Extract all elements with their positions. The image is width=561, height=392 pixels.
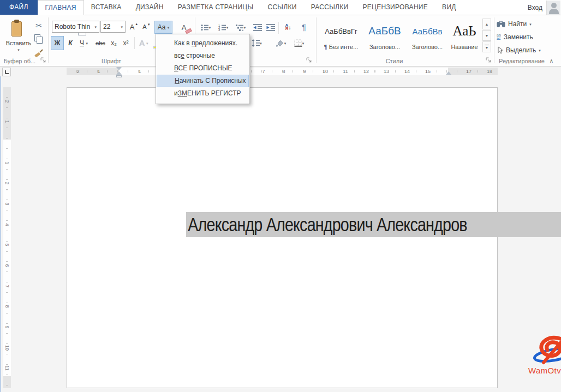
ribbon-tab[interactable]: РАССЫЛКИ bbox=[304, 0, 356, 15]
style-card[interactable]: АаЬ Название bbox=[450, 19, 479, 51]
ribbon-tab[interactable]: ССЫЛКИ bbox=[260, 0, 303, 15]
underline-button[interactable]: Ч ▾ bbox=[76, 36, 91, 50]
styles-scroll-up-button[interactable]: ▲ bbox=[482, 19, 491, 29]
strikethrough-button[interactable]: abc bbox=[93, 36, 108, 50]
change-case-menu-item[interactable]: Как в предложениях. bbox=[157, 37, 249, 50]
tab-stop-l-icon bbox=[5, 70, 9, 74]
copy-icon bbox=[34, 34, 43, 44]
font-name-combo[interactable]: Roboto Thin▾ bbox=[52, 21, 99, 33]
change-case-menu-item[interactable]: Начинать С Прописных bbox=[157, 75, 249, 87]
ruler-number: 2 bbox=[4, 98, 10, 105]
text-effects-button[interactable]: А ▾ bbox=[136, 36, 151, 50]
ruler-number: 9 bbox=[4, 323, 10, 331]
ruler-number: 15 bbox=[425, 68, 431, 75]
shading-button[interactable]: ▾ bbox=[272, 36, 289, 50]
document-page[interactable]: Александр Александрович Александров WamO… bbox=[67, 87, 498, 388]
ribbon-tab[interactable]: ГЛАВНАЯ bbox=[38, 0, 84, 15]
group-separator bbox=[494, 17, 494, 63]
increase-indent-button[interactable] bbox=[264, 21, 277, 34]
ribbon-tab[interactable]: ВСТАВКА bbox=[84, 0, 129, 15]
change-case-menu-item[interactable]: все строчные bbox=[157, 50, 249, 62]
ruler-number: 6 bbox=[4, 262, 10, 269]
increase-indent-icon bbox=[266, 24, 275, 31]
ribbon-tab[interactable]: ВИД bbox=[435, 0, 463, 15]
ribbon-tab[interactable]: ДИЗАЙН bbox=[129, 0, 171, 15]
ruler-number: 1 bbox=[97, 68, 100, 75]
account-area: Вход bbox=[528, 0, 561, 15]
right-indent-marker[interactable] bbox=[446, 71, 451, 75]
ruler-number: 1 bbox=[138, 68, 141, 75]
clear-formatting-button[interactable]: А bbox=[176, 21, 192, 34]
cut-button[interactable]: ✂ bbox=[33, 20, 45, 32]
paragraph-dialog-launcher[interactable] bbox=[306, 57, 312, 63]
sort-button[interactable]: АЯ ↓ bbox=[280, 21, 296, 34]
paste-button[interactable]: Вставить ▾ bbox=[4, 19, 33, 62]
line-spacing-icon bbox=[252, 39, 260, 47]
tab-stop-selector[interactable] bbox=[2, 68, 11, 76]
grow-font-button[interactable]: А▲ bbox=[128, 21, 140, 33]
wamotvet-logo-icon bbox=[527, 334, 561, 365]
borders-button[interactable]: ▾ bbox=[291, 36, 307, 50]
find-button[interactable]: Найти▾ bbox=[497, 19, 532, 29]
clipboard-dialog-launcher[interactable] bbox=[40, 57, 46, 63]
style-card[interactable]: АаБбВвГг ¶ Без инте... bbox=[319, 19, 363, 51]
ruler-number: 18 bbox=[487, 68, 492, 75]
ruler-number: 14 bbox=[404, 68, 410, 75]
styles-scroll-down-button[interactable]: ▼ bbox=[482, 30, 491, 41]
ruler-number: 2 bbox=[76, 68, 79, 75]
ruler-number: 4 bbox=[4, 221, 10, 228]
italic-button[interactable]: К bbox=[65, 36, 76, 50]
decrease-indent-button[interactable] bbox=[251, 21, 264, 34]
ruler-number: 1 bbox=[4, 159, 10, 167]
replace-button[interactable]: abac Заменить bbox=[497, 32, 533, 43]
shrink-font-button[interactable]: А▼ bbox=[141, 21, 152, 33]
styles-more-button[interactable]: ▼ bbox=[482, 41, 491, 52]
ribbon-tab-bar: ФАЙЛ ГЛАВНАЯ ВСТАВКА ДИЗАЙН РАЗМЕТКА СТР… bbox=[0, 0, 561, 15]
style-card[interactable]: АаБбВ Заголово... bbox=[365, 19, 405, 51]
copy-button[interactable] bbox=[33, 33, 45, 45]
document-workspace: Александр Александрович Александров WamO… bbox=[0, 76, 561, 392]
user-avatar-icon[interactable] bbox=[546, 1, 560, 15]
ruler-number: 11 bbox=[343, 68, 348, 75]
numbering-icon: 123 bbox=[218, 24, 226, 31]
vertical-ruler[interactable] bbox=[3, 87, 11, 388]
watermark-text: WamOtvet.ru bbox=[523, 366, 561, 375]
sign-in-link[interactable]: Вход bbox=[528, 4, 542, 11]
horizontal-ruler[interactable] bbox=[0, 67, 561, 76]
replace-icon: abac bbox=[497, 34, 501, 40]
change-case-menu-item[interactable]: ВСЕ ПРОПИСНЫЕ bbox=[157, 62, 249, 75]
hanging-indent-marker[interactable] bbox=[116, 71, 122, 75]
ribbon-tab[interactable]: РЕЦЕНЗИРОВАНИЕ bbox=[355, 0, 435, 15]
line-spacing-button[interactable]: ▾ bbox=[248, 36, 265, 50]
svg-text:3: 3 bbox=[218, 28, 220, 31]
ribbon-tab[interactable]: РАЗМЕТКА СТРАНИЦЫ bbox=[171, 0, 261, 15]
bullets-button[interactable]: ▾ bbox=[198, 21, 214, 34]
change-case-menu-item[interactable]: иЗМЕНИТЬ РЕГИСТР bbox=[157, 87, 249, 100]
font-size-combo[interactable]: 22▾ bbox=[100, 21, 126, 33]
numbering-button[interactable]: 123 ▾ bbox=[215, 21, 231, 34]
bold-button[interactable]: Ж bbox=[51, 36, 64, 50]
superscript-button[interactable]: x² bbox=[120, 36, 132, 50]
subscript-button[interactable]: x₂ bbox=[108, 36, 120, 50]
collapse-ribbon-button[interactable]: ∧ bbox=[550, 58, 553, 64]
show-formatting-marks-button[interactable]: ¶ bbox=[298, 21, 310, 34]
styles-dialog-launcher[interactable] bbox=[486, 57, 492, 63]
ruler-number: 7 bbox=[262, 68, 265, 75]
ruler-number: 5 bbox=[4, 241, 10, 249]
select-button[interactable]: Выделить▾ bbox=[497, 45, 541, 56]
change-case-button[interactable]: Aa ▾ bbox=[154, 21, 172, 34]
paste-dropdown-arrow: ▾ bbox=[17, 48, 20, 52]
left-indent-marker[interactable] bbox=[116, 75, 122, 77]
multilevel-list-button[interactable]: ▾ bbox=[232, 21, 249, 34]
document-text: Александр Александрович Александров bbox=[186, 212, 497, 237]
ribbon-tab[interactable]: ФАЙЛ bbox=[0, 0, 38, 15]
multilevel-list-icon bbox=[236, 24, 244, 31]
select-arrow-icon bbox=[497, 46, 503, 54]
borders-icon bbox=[294, 39, 302, 47]
ruler-number: 1 bbox=[4, 118, 10, 125]
selected-text-highlight[interactable]: Александр Александрович Александров bbox=[186, 212, 561, 237]
style-card[interactable]: АаБбВв Заголово... bbox=[407, 19, 448, 51]
window-edge bbox=[0, 76, 1, 392]
first-line-indent-marker[interactable] bbox=[116, 67, 122, 70]
editing-group-label: Редактирование bbox=[494, 58, 549, 64]
